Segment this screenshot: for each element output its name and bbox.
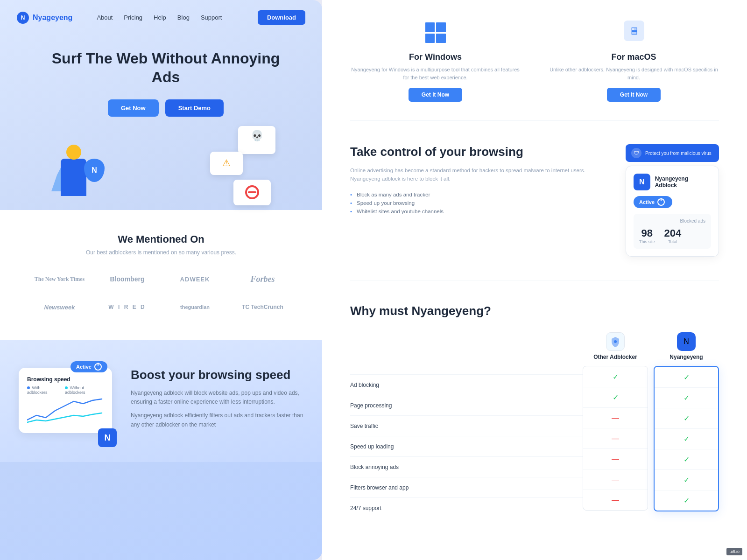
why-section: Why must Nyangeyeng? Ad blocking Page pr… — [350, 280, 719, 541]
hero-shield: N — [84, 159, 105, 182]
adblock-power-icon — [657, 198, 665, 206]
other-col-header: Other Adblocker — [583, 332, 648, 366]
feature-label-speed-loading: Speed up loading — [350, 443, 583, 450]
float-card-skull: 💀 — [238, 126, 275, 154]
active-badge-boost: Active — [70, 361, 107, 377]
start-demo-button[interactable]: Start Demo — [165, 99, 224, 117]
get-now-button[interactable]: Get Now — [108, 99, 159, 117]
windows-title: For Windows — [350, 52, 521, 62]
warning-icon: ⚠ — [215, 157, 238, 168]
macos-logo: 🖥 — [624, 21, 644, 45]
svg-point-2 — [614, 340, 617, 343]
logo-forbes: Forbes — [231, 270, 294, 288]
nav-blog[interactable]: Blog — [177, 14, 190, 21]
mentioned-title: We Mentioned On — [28, 233, 294, 245]
other-cell-2: — — [583, 407, 648, 428]
comp-row-speed-loading: Speed up loading — [350, 436, 583, 456]
nav-support[interactable]: Support — [201, 14, 222, 21]
legend-without: Without adblockers — [65, 385, 104, 395]
hero-illustration: N 💀 ⚠ — [37, 126, 294, 210]
logo-wired: W I R E D — [96, 298, 159, 316]
other-cell-3: — — [583, 428, 648, 448]
other-cell-1: ✓ — [583, 387, 648, 407]
blocked-numbers: 98 This site 204 Total — [639, 227, 705, 244]
boost-card-title: Browsing speed — [27, 376, 104, 383]
comp-row-ad-blocking: Ad blocking — [350, 374, 583, 395]
comp-row-page-processing: Page processing — [350, 395, 583, 415]
nyange-col-title: Nyangeyeng — [654, 354, 719, 360]
macos-icon-container: 🖥 — [620, 19, 648, 47]
logo-newsweek: Newsweek — [28, 298, 91, 316]
floating-cards: 💀 ⚠ — [173, 126, 275, 210]
float-card-warning: ⚠ — [210, 152, 243, 175]
windows-logo — [425, 22, 446, 43]
platform-windows: For Windows Nyangeyeng for Windows is a … — [350, 19, 521, 102]
mentioned-subtitle: Our best adblockers is mentioned on so m… — [28, 249, 294, 256]
logo-icon: N — [17, 12, 29, 24]
comp-row-save-traffic: Save traffic — [350, 415, 583, 436]
download-button[interactable]: Download — [258, 10, 305, 25]
macos-get-it-button[interactable]: Get It Now — [607, 88, 661, 102]
other-col-icon — [606, 332, 625, 351]
no-entry-icon — [245, 185, 259, 199]
nyange-cell-4: ✓ — [655, 449, 718, 469]
blocked-ads-title: Blocked ads — [639, 218, 705, 224]
windows-get-it-button[interactable]: Get It Now — [409, 88, 462, 102]
other-col-title: Other Adblocker — [583, 354, 648, 360]
logo-adweek: ADWEEK — [163, 270, 226, 288]
other-col-body: ✓ ✓ — — — — — — [583, 366, 648, 511]
nav-links: About Pricing Help Blog Support — [97, 14, 222, 21]
nyange-cell-5: ✓ — [655, 469, 718, 490]
nyange-col-header: N Nyangeyeng — [654, 332, 719, 366]
adblock-logo: N — [634, 174, 650, 190]
adblock-name: Nyangeyeng Adblock — [655, 175, 711, 189]
protect-text: Protect you from malicious virus — [645, 151, 712, 156]
hero-body — [61, 159, 86, 196]
logo-bloomberg: Bloomberg — [96, 270, 159, 288]
protect-badge: 🛡 Protect you from malicious virus — [626, 144, 719, 162]
skull-icon: 💀 — [243, 130, 271, 142]
boost-text-1: Nyangeyeng adblock will block website ad… — [131, 389, 303, 406]
other-cell-5: — — [583, 469, 648, 490]
take-control-title: Take control of your browsing — [350, 144, 607, 160]
adblock-active-button[interactable]: Active — [634, 196, 672, 208]
right-panel: For Windows Nyangeyeng for Windows is a … — [322, 0, 747, 560]
nav-help[interactable]: Help — [154, 14, 166, 21]
logo-nyt: The New York Times — [28, 270, 91, 288]
comparison-labels: Ad blocking Page processing Save traffic… — [350, 332, 583, 518]
hero-figure: N — [47, 135, 107, 210]
boost-title: Boost your browsing speed — [131, 368, 303, 382]
boost-text-2: Nyangeyeng adblock efficiently filters o… — [131, 411, 303, 429]
nyange-col-body: ✓ ✓ ✓ ✓ ✓ ✓ ✓ — [654, 366, 719, 511]
feature-label-filters-browser: Filters browser and app — [350, 484, 583, 491]
nyange-cell-3: ✓ — [655, 428, 718, 449]
watermark: ui8.io — [726, 548, 742, 555]
nav-pricing[interactable]: Pricing — [124, 14, 142, 21]
finder-icon: 🖥 — [624, 21, 644, 41]
win-sq-3 — [425, 34, 435, 43]
blocked-ads-section: Blocked ads 98 This site 204 Total — [634, 214, 711, 249]
nyangeyeng-column: N Nyangeyeng ✓ ✓ ✓ ✓ ✓ ✓ ✓ — [654, 332, 719, 518]
blocked-this-site-label: This site — [639, 239, 655, 244]
nyange-cell-0: ✓ — [655, 367, 718, 387]
left-panel: N Nyageyeng About Pricing Help Blog Supp… — [0, 0, 322, 560]
feature-label-ad-blocking: Ad blocking — [350, 382, 583, 388]
hero-section: Surf The Web Without Annoying Ads Get No… — [0, 35, 322, 210]
power-icon — [94, 363, 102, 371]
legend-without-dot — [65, 386, 68, 389]
feature-label-save-traffic: Save traffic — [350, 423, 583, 429]
other-cell-6: — — [583, 490, 648, 510]
macos-desc: Unlike other adblockers, Nyangeyeng is d… — [549, 66, 719, 81]
feature-label-page-processing: Page processing — [350, 402, 583, 409]
platform-section: For Windows Nyangeyeng for Windows is a … — [350, 0, 719, 121]
nav-about[interactable]: About — [97, 14, 113, 21]
logo: N Nyageyeng — [17, 12, 72, 24]
windows-desc: Nyangeyeng for Windows is a multipurpose… — [350, 66, 521, 81]
legend-with-dot — [27, 386, 30, 389]
logo-techcrunch: TC TechCrunch — [231, 298, 294, 316]
platform-macos: 🖥 For macOS Unlike other adblockers, Nya… — [549, 19, 719, 102]
nyange-cell-2: ✓ — [655, 408, 718, 428]
adblock-active-row: Active — [634, 196, 711, 208]
chart-legend: With adblockers Without adblockers — [27, 385, 104, 395]
nyange-col-icon: N — [677, 332, 696, 351]
